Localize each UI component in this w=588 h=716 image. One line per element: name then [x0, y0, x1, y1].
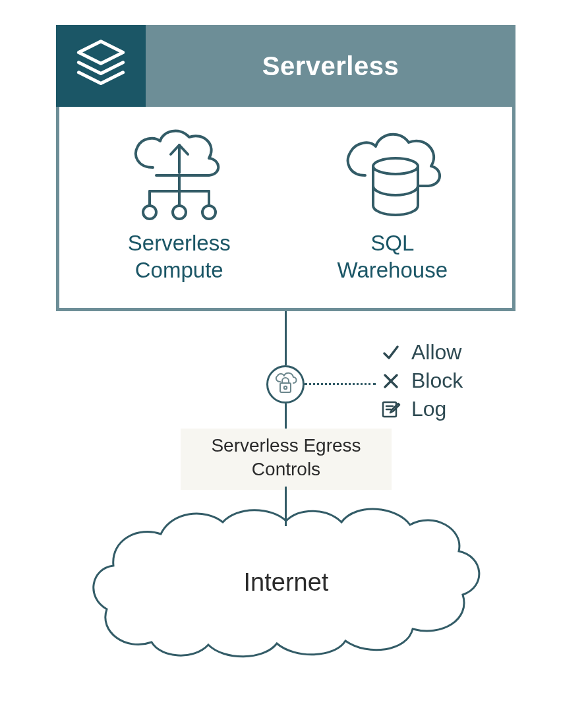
action-block-row: Block [380, 369, 463, 393]
egress-actions-list: Allow Block Log [380, 340, 463, 425]
serverless-body-panel: Serverless Compute SQL Warehouse [56, 107, 515, 311]
egress-controls-label: Serverless Egress Controls [181, 429, 392, 490]
egress-lock-node [266, 365, 305, 403]
cross-icon [380, 370, 402, 392]
action-allow-row: Allow [380, 340, 463, 365]
sql-warehouse-label-line1: SQL [370, 231, 414, 255]
databricks-logo-block [56, 25, 146, 107]
egress-controls-label-line1: Serverless Egress [211, 435, 361, 456]
connector-line-top [285, 311, 287, 365]
action-allow-label: Allow [411, 340, 461, 365]
log-edit-icon [380, 398, 402, 421]
serverless-title-block: Serverless [146, 25, 515, 107]
serverless-compute-label-line2: Compute [135, 258, 223, 282]
action-log-row: Log [380, 397, 463, 421]
svg-point-11 [284, 386, 287, 389]
svg-point-8 [202, 206, 216, 219]
connector-line-mid [285, 403, 287, 430]
dotted-connector [305, 383, 376, 385]
serverless-title: Serverless [262, 51, 399, 81]
sql-warehouse-component: SQL Warehouse [286, 125, 500, 284]
diagram-container: Serverless [56, 25, 515, 311]
svg-point-9 [373, 158, 418, 174]
svg-point-6 [143, 206, 156, 219]
serverless-header: Serverless [56, 25, 515, 107]
action-log-label: Log [411, 397, 446, 421]
databricks-logo-icon [73, 37, 129, 95]
serverless-compute-component: Serverless Compute [73, 125, 286, 284]
internet-cloud: Internet [73, 502, 500, 661]
sql-warehouse-label-line2: Warehouse [337, 258, 448, 282]
serverless-compute-label-line1: Serverless [128, 231, 231, 255]
check-icon [380, 342, 402, 364]
cloud-database-icon [330, 125, 455, 224]
serverless-compute-label: Serverless Compute [128, 229, 231, 284]
action-block-label: Block [411, 369, 463, 393]
egress-controls-label-line2: Controls [252, 459, 320, 479]
svg-rect-10 [280, 383, 291, 392]
cloud-lock-icon [272, 370, 299, 399]
cloud-compute-icon [117, 125, 242, 224]
internet-label: Internet [73, 568, 500, 597]
svg-point-7 [173, 206, 186, 219]
sql-warehouse-label: SQL Warehouse [337, 229, 448, 284]
